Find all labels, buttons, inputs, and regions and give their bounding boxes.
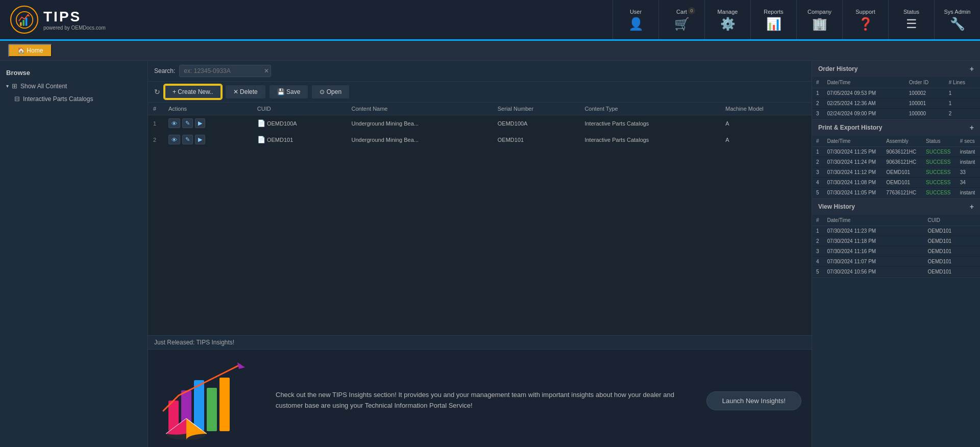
pe-num: 5 [812, 188, 823, 198]
pe-status: SUCCESS [922, 167, 956, 178]
nav-reports[interactable]: Reports 📊 [750, 0, 796, 39]
col-serial-number: Serial Number [493, 103, 580, 115]
save-button[interactable]: 💾 Save [270, 85, 308, 98]
sidebar-parts-label: Interactive Parts Catalogs [23, 95, 93, 103]
oh-datetime: 02/25/2024 12:36 AM [823, 98, 905, 109]
pe-status: SUCCESS [922, 157, 956, 167]
main-layout: Browse ▾ ⊞ Show All Content ⊟ Interactiv… [0, 61, 980, 447]
print-export-plus-icon[interactable]: + [970, 123, 974, 132]
insights-section: Check out the new TIPS Insights section!… [148, 349, 812, 447]
oh-col-datetime: Date/Time [823, 77, 905, 88]
sidebar-item-show-all[interactable]: ▾ ⊞ Show All Content [0, 80, 148, 92]
search-label: Search: [154, 67, 175, 74]
sidebar-item-parts-catalogs[interactable]: ⊟ Interactive Parts Catalogs [0, 92, 148, 105]
nav-cart[interactable]: Cart 🛒 0 [658, 0, 704, 39]
col-content-type: Content Type [579, 103, 720, 115]
catalog-icon: ⊟ [14, 95, 20, 103]
oh-lines: 1 [945, 98, 980, 109]
vh-cuid: OEMD101 [923, 257, 980, 267]
oh-col-lines: # Lines [945, 77, 980, 88]
arrow-down-icon: ▾ [6, 83, 9, 89]
just-released-text: Just Released: TIPS Insights! [154, 339, 234, 346]
edit-action-button[interactable]: ✎ [182, 118, 193, 128]
oh-orderid: 100001 [905, 98, 945, 109]
view-history-row: 3 07/30/2024 11:16 PM OEMD101 [812, 246, 980, 257]
breadcrumb: 🏠 Home [0, 41, 980, 61]
insights-description: Check out the new TIPS Insights section!… [276, 391, 674, 409]
nav-company-label: Company [807, 9, 831, 15]
data-table: # Actions CUID Content Name Serial Numbe… [148, 103, 812, 335]
content-table: # Actions CUID Content Name Serial Numbe… [148, 103, 812, 148]
oh-col-orderid: Order ID [905, 77, 945, 88]
order-history-plus-icon[interactable]: + [970, 65, 974, 73]
pe-assembly: 90636121HC [882, 147, 922, 157]
pe-col-num: # [812, 136, 823, 147]
row-serial-number: OEMD100A [493, 115, 580, 132]
vh-num: 4 [812, 257, 823, 267]
nav-user[interactable]: User 👤 [612, 0, 658, 39]
vh-col-num: # [812, 215, 823, 226]
sidebar-title: Browse [0, 66, 148, 80]
oh-datetime: 07/05/2024 09:53 PM [823, 88, 905, 98]
logo-icon [10, 6, 38, 34]
home-breadcrumb[interactable]: 🏠 Home [8, 44, 52, 57]
play-action-button[interactable]: ▶ [195, 118, 205, 128]
print-export-title: Print & Export History [818, 124, 882, 131]
status-badge: SUCCESS [926, 180, 950, 185]
nav-company[interactable]: Company 🏢 [796, 0, 842, 39]
vh-cuid: OEMD101 [923, 236, 980, 246]
oh-datetime: 02/24/2024 09:00 PM [823, 109, 905, 119]
view-history-row: 4 07/30/2024 11:07 PM OEMD101 [812, 257, 980, 267]
pe-secs: instant [956, 147, 980, 157]
nav-manage[interactable]: Manage ⚙️ [704, 0, 750, 39]
delete-button[interactable]: ✕ Delete [226, 85, 265, 98]
row-serial-number: OEMD101 [493, 132, 580, 148]
action-icons: 👁 ✎ ▶ [168, 135, 247, 144]
vh-num: 2 [812, 236, 823, 246]
launch-insights-button[interactable]: Launch New Insights! [706, 391, 801, 410]
order-history-row: 2 02/25/2024 12:36 AM 100001 1 [812, 98, 980, 109]
search-clear-icon[interactable]: ✕ [264, 67, 269, 74]
play-action-button[interactable]: ▶ [195, 135, 205, 144]
vh-datetime: 07/30/2024 10:56 PM [823, 267, 924, 277]
view-history-plus-icon[interactable]: + [970, 203, 974, 211]
order-history-section: Order History + # Date/Time Order ID # L… [812, 61, 980, 119]
status-badge: SUCCESS [926, 149, 950, 155]
view-action-button[interactable]: 👁 [168, 135, 180, 144]
grid-icon: ⊞ [12, 82, 17, 90]
svg-rect-8 [207, 388, 217, 431]
logo-tips-text: TIPS [43, 9, 106, 25]
pe-datetime: 07/30/2024 11:05 PM [823, 188, 883, 198]
print-export-row: 2 07/30/2024 11:24 PM 90636121HC SUCCESS… [812, 157, 980, 167]
oh-num: 2 [812, 98, 823, 109]
print-export-row: 5 07/30/2024 11:05 PM 77636121HC SUCCESS… [812, 188, 980, 198]
row-content-type: Interactive Parts Catalogs [579, 132, 720, 148]
search-bar: Search: ✕ [148, 61, 812, 82]
pe-num: 3 [812, 167, 823, 178]
svg-marker-10 [237, 362, 245, 369]
search-input-wrap: ✕ [179, 65, 271, 77]
oh-lines: 1 [945, 88, 980, 98]
view-action-button[interactable]: 👁 [168, 118, 180, 128]
pe-datetime: 07/30/2024 11:24 PM [823, 157, 883, 167]
nav-support[interactable]: Support ❓ [842, 0, 888, 39]
nav-user-label: User [630, 9, 642, 15]
nav-status[interactable]: Status ☰ [888, 0, 934, 39]
vh-datetime: 07/30/2024 11:18 PM [823, 236, 924, 246]
refresh-button[interactable]: ↻ [154, 88, 160, 96]
edit-action-button[interactable]: ✎ [182, 135, 193, 144]
insights-chart [158, 360, 260, 441]
open-button[interactable]: ⊙ Open [312, 85, 349, 98]
oh-num: 3 [812, 109, 823, 119]
logo-sub-text: powered by OEMDocs.com [43, 25, 106, 31]
create-new-button[interactable]: + Create New.. [164, 85, 222, 99]
insights-text: Check out the new TIPS Insights section!… [276, 390, 691, 411]
nav-sysadmin[interactable]: Sys Admin 🔧 [934, 0, 980, 39]
order-history-row: 3 02/24/2024 09:00 PM 100000 2 [812, 109, 980, 119]
search-input[interactable] [179, 65, 271, 77]
vh-datetime: 07/30/2024 11:23 PM [823, 226, 924, 236]
pe-status: SUCCESS [922, 178, 956, 188]
just-released-banner: Just Released: TIPS Insights! [148, 335, 812, 349]
vh-col-cuid: CUID [923, 215, 980, 226]
vh-cuid: OEMD101 [923, 246, 980, 257]
